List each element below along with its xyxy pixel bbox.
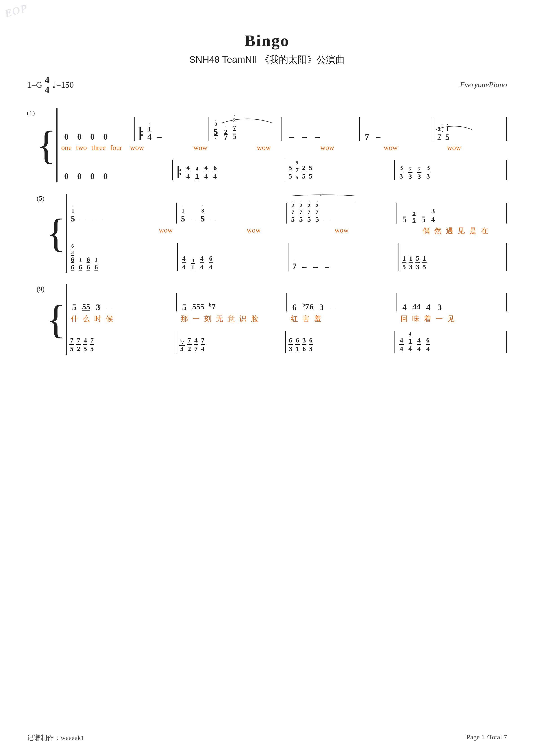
meas-7b: · 7 – – – [289,261,398,271]
sys3-staves: 5 55 3 – 5 [67,284,507,355]
meas-12b: 44 4 1 4 44 64 [395,331,506,353]
time-signature: 4 4 [45,75,49,95]
b2b-bar-7-8 [398,243,399,271]
b-df-36: 36 [302,336,306,353]
bass-line-1: 0 0 0 0 [58,157,507,182]
t11-dash: – [329,303,336,311]
lc-zhe: 着 [424,314,431,324]
b-df-45: 45 [83,336,88,353]
meas-5-treble: 7 – [360,132,432,141]
song-title: Bingo [27,32,507,50]
t12-3: 3 [436,303,443,311]
t9-3: 3 [94,303,101,311]
lc-shi2: 识 [239,314,246,324]
dash-6b: – [209,215,216,224]
lyr-m7: wow [243,226,330,234]
note-1d-5: · 1 5 [181,207,185,224]
b-rep-dot-t [180,169,181,171]
trip-note2: ·2 7 5 [299,202,303,224]
lyr-m12: 回 味 着 一 见 [397,314,506,324]
df-64: 64 [213,164,217,180]
lc-three: three [91,144,106,152]
sys3-content: { 5 55 3 – [46,284,507,355]
bar-5-6a [433,117,433,141]
lc-one: one [61,144,71,152]
meas-10t: 5 555 b7 [177,302,286,311]
lyr-meas-1: one two three four [58,144,126,152]
end-bar-4 [506,293,507,311]
b-df-64c: 64 [426,336,430,353]
lc-hui: 回 [400,314,408,324]
b-df-44a: 44 [182,254,186,271]
measure-num-1: (1) [27,108,35,117]
b-note-16a: 1 6 [79,257,82,271]
staff-sep-1 [58,153,507,157]
note-0d: 0 [102,132,109,141]
df-73b: 7 3 [417,166,421,180]
note-1-5: · 1 5 [445,126,449,141]
sys2-content: { · 1 [46,194,507,273]
df-55b: 55 [308,164,313,180]
dash-4a: – [288,132,295,141]
df-14: 4 1 [195,166,199,180]
b-note-66b: 6 6 [87,256,90,271]
lc-wu: 无 [216,314,223,324]
key-tempo: 1=G 4 4 ♩=150 EveryonePiano [27,75,507,95]
lyr-meas-2: wow [126,144,189,152]
lc-xiu: 羞 [314,314,321,324]
note-7a: 7 [364,132,370,141]
b-bar-2-3 [285,160,285,180]
b-note-0c: 0 [89,172,96,180]
score: (1) { 0 0 0 [27,108,507,355]
note-dot1: · 1 [148,126,151,132]
lc-jian2: 见 [447,314,454,324]
lc-shen: 什 [71,314,78,324]
dash-5: – [375,132,382,141]
trip-note4: ·2 7 5 [316,202,319,224]
t12-4b: 4 [425,303,432,311]
note-4: 4 [147,132,152,141]
lc-na: 那 [181,314,188,324]
lc-yu: 遇 [446,226,453,236]
lc-zai: 在 [481,226,488,236]
bass-line-3: 75 72 45 75 [67,329,507,355]
watermark: EOP [3,2,29,20]
meas-2-treble: · 1 4 – [135,126,207,141]
meas-11t: 6 b7 6 3 – [288,302,396,311]
b-note-0b: 0 [76,172,83,180]
b2-bar-7-8 [396,202,397,224]
dash-4b: – [301,132,308,141]
b-df-63: 63 [289,336,293,353]
footer-right: Page 1 /Total 7 [467,733,507,742]
lc-hai: 害 [302,314,310,324]
lc-yi2: 意 [228,314,235,324]
b-rep-thin [177,166,177,178]
triplet-arc: 3 [292,194,355,203]
lc-ke: 刻 [204,314,212,324]
b-df-13: 13 [409,254,413,271]
system-2: (5) { [37,194,507,273]
lc-ran: 然 [434,226,442,236]
svg-text:3: 3 [320,194,322,197]
treble-line-1: 0 0 0 0 [58,108,507,143]
lc-jian: 见 [458,226,465,236]
meas-10b: b7 4 72 47 74 [177,336,285,353]
trip-note1: ·2 7 5 [291,202,295,224]
lc-lian: 脸 [251,314,258,324]
lc-shi: 时 [94,314,101,324]
df-44b: 44 [204,164,208,180]
meas-1-treble: 0 0 0 0 [58,132,134,141]
b-note-0a: 0 [63,172,70,180]
t10-6b7: b7 [209,302,216,311]
b-repeat-open [177,166,181,178]
end-bar-2 [506,202,507,224]
b2-bar-6-7 [287,202,287,224]
b-df-44e: 44 [399,336,404,353]
b3-bar-9-10 [176,293,177,311]
treble-line-2: · 1 5 – – – [67,194,507,226]
b3b-bar-11-12 [394,331,395,353]
b-df-72b: 72 [187,336,191,353]
brace-1: { [37,134,56,157]
lc-me: 么 [83,314,89,324]
staff-sep-2 [67,236,507,241]
